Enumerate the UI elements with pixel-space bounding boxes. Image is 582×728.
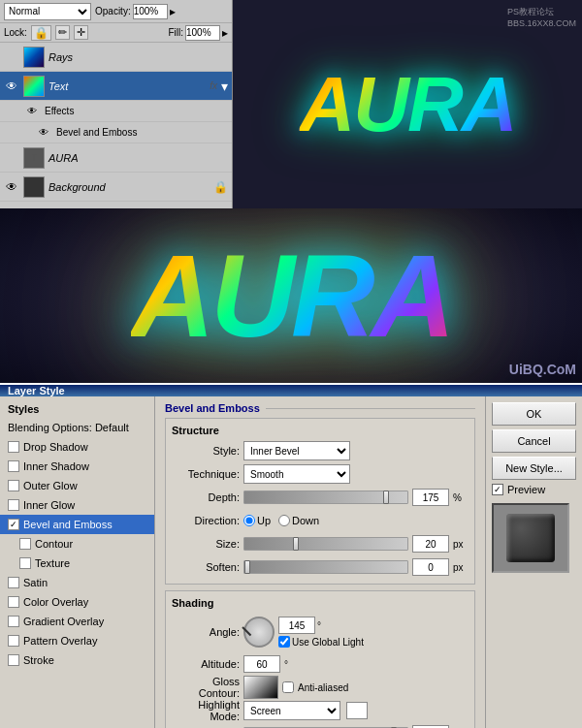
checkbox-stroke[interactable] — [8, 654, 19, 666]
lock-move-btn[interactable]: ✛ — [74, 25, 88, 40]
section-divider — [266, 408, 475, 409]
new-style-button[interactable]: New Style... — [492, 457, 576, 480]
layer-name-text: Text — [48, 80, 206, 92]
checkbox-pattern-overlay[interactable] — [8, 635, 19, 647]
depth-input[interactable] — [412, 489, 449, 506]
layer-item-background[interactable]: 👁 Background 🔒 — [0, 173, 232, 202]
soften-input[interactable] — [412, 558, 449, 576]
soften-slider[interactable] — [243, 560, 408, 574]
checkbox-inner-glow[interactable] — [8, 499, 19, 511]
style-satin[interactable]: Satin — [0, 573, 154, 592]
style-color-overlay[interactable]: Color Overlay — [0, 592, 154, 612]
angle-input[interactable] — [278, 617, 315, 634]
size-slider[interactable] — [243, 537, 408, 551]
style-inner-shadow[interactable]: Inner Shadow — [0, 457, 154, 476]
anti-aliased-label: Anti-aliased — [298, 682, 348, 693]
shading-header: Shading — [172, 595, 469, 613]
middle-canvas: AURA UiBQ.CoM — [0, 208, 582, 383]
style-contour[interactable]: Contour — [0, 534, 154, 554]
dialog-content: Styles Blending Options: Default Drop Sh… — [0, 396, 582, 728]
radio-down[interactable] — [278, 515, 290, 526]
eye-icon-text[interactable]: 👁 — [4, 79, 19, 93]
style-stroke[interactable]: Stroke — [0, 650, 154, 670]
opacity-input[interactable] — [133, 4, 168, 19]
opacity-arrow[interactable]: ▸ — [170, 5, 176, 18]
depth-thumb — [383, 491, 389, 504]
checkbox-outer-glow[interactable] — [8, 480, 19, 491]
sub-layer-effects: 👁 Effects — [0, 101, 232, 122]
effects-label: Effects — [45, 106, 74, 116]
layer-item-rays[interactable]: Rays — [0, 43, 232, 72]
gloss-contour-row: Gloss Contour: Anti-aliased — [172, 677, 469, 698]
checkbox-gradient-overlay[interactable] — [8, 616, 19, 627]
angle-wheel[interactable] — [243, 617, 275, 648]
checkbox-color-overlay[interactable] — [8, 596, 19, 608]
checkbox-drop-shadow[interactable] — [8, 441, 19, 453]
altitude-row: Altitude: ° — [172, 653, 469, 675]
style-inner-glow[interactable]: Inner Glow — [0, 495, 154, 515]
soften-unit: px — [453, 562, 469, 573]
eye-icon-background[interactable]: 👁 — [4, 180, 19, 194]
sub-layer-bevel[interactable]: 👁 Bevel and Emboss — [0, 122, 232, 143]
depth-unit: % — [453, 492, 469, 503]
size-input[interactable] — [412, 535, 449, 553]
direction-down[interactable]: Down — [278, 515, 319, 526]
canvas-preview-top: AURA PS教程论坛 BBS.16XX8.COM — [233, 0, 582, 208]
technique-select[interactable]: Smooth Chisel Hard — [243, 464, 350, 484]
angle-unit: ° — [317, 620, 333, 631]
layer-item-text[interactable]: 👁 Text fx ▾ — [0, 72, 232, 101]
blend-mode-select[interactable]: Normal — [4, 3, 91, 20]
fill-input[interactable] — [185, 25, 220, 41]
style-label-inner-shadow: Inner Shadow — [23, 460, 89, 472]
watermark-bottom: UiBQ.CoM — [509, 362, 576, 377]
style-blending-options[interactable]: Blending Options: Default — [0, 418, 154, 437]
lock-pixel-btn[interactable]: ✏ — [55, 25, 70, 40]
aura-text-middle: AURA — [131, 229, 452, 363]
size-unit: px — [453, 539, 469, 550]
fill-row: Fill: ▸ — [168, 25, 228, 41]
expand-arrow[interactable]: ▾ — [221, 79, 228, 94]
checkbox-contour[interactable] — [19, 538, 31, 550]
global-light-label: Use Global Light — [292, 637, 364, 648]
direction-row: Direction: Up Down — [172, 510, 469, 531]
altitude-input[interactable] — [243, 655, 280, 673]
layers-lock-row: Lock: 🔒 ✏ ✛ Fill: ▸ — [0, 23, 232, 43]
style-gradient-overlay[interactable]: Gradient Overlay — [0, 612, 154, 631]
gloss-contour-preview[interactable] — [243, 676, 278, 699]
layer-style-dialog: Layer Style Styles Blending Options: Def… — [0, 383, 582, 728]
style-label-satin: Satin — [23, 577, 48, 588]
checkbox-satin[interactable] — [8, 577, 19, 588]
checkbox-bevel-emboss[interactable] — [8, 519, 19, 530]
style-texture[interactable]: Texture — [0, 554, 154, 573]
depth-slider[interactable] — [243, 491, 408, 504]
fill-arrow[interactable]: ▸ — [222, 26, 228, 40]
anti-aliased-checkbox[interactable] — [282, 681, 294, 693]
lock-position-btn[interactable]: 🔒 — [31, 25, 51, 41]
checkbox-texture[interactable] — [19, 557, 31, 569]
eye-icon-bevel[interactable]: 👁 — [39, 127, 52, 138]
highlight-color-swatch[interactable] — [346, 702, 368, 719]
preview-checkbox-row: ✓ Preview — [492, 484, 576, 495]
right-panel: OK Cancel New Style... ✓ Preview — [485, 396, 582, 728]
direction-up[interactable]: Up — [243, 515, 271, 526]
layer-name-aura: AURA — [48, 152, 228, 164]
style-outer-glow[interactable]: Outer Glow — [0, 476, 154, 495]
layer-item-aura[interactable]: T AURA — [0, 143, 232, 173]
global-light-checkbox[interactable] — [278, 636, 290, 648]
style-select[interactable]: Inner Bevel Outer Bevel Emboss — [243, 441, 350, 460]
style-drop-shadow[interactable]: Drop Shadow — [0, 437, 154, 457]
ok-button[interactable]: OK — [492, 402, 576, 426]
angle-row: Angle: ° Use Global Ligh — [172, 613, 469, 651]
preview-box — [492, 503, 569, 573]
global-light-row: Use Global Light — [278, 636, 364, 648]
radio-up[interactable] — [243, 515, 255, 526]
highlight-mode-select[interactable]: Screen Normal Multiply — [243, 701, 340, 720]
style-label-bevel-emboss: Bevel and Emboss — [23, 519, 113, 530]
cancel-button[interactable]: Cancel — [492, 429, 576, 453]
checkbox-inner-shadow[interactable] — [8, 460, 19, 472]
preview-checkbox[interactable]: ✓ — [492, 484, 503, 495]
style-bevel-emboss[interactable]: Bevel and Emboss — [0, 515, 154, 534]
style-pattern-overlay[interactable]: Pattern Overlay — [0, 631, 154, 650]
lock-label: Lock: — [4, 27, 27, 38]
eye-icon-effects[interactable]: 👁 — [27, 106, 41, 116]
